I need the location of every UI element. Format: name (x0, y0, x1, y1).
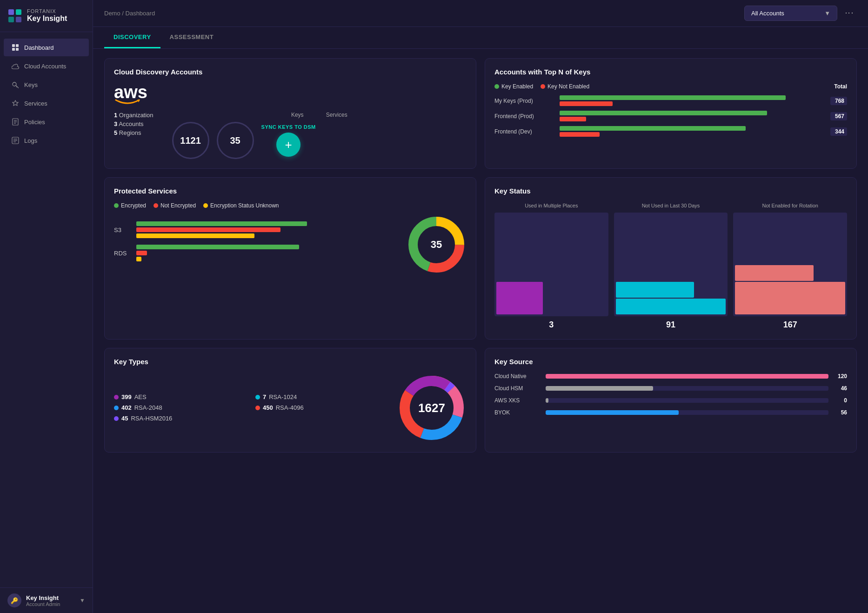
protected-bar-chart: S3 RDS (114, 221, 399, 268)
sidebar-item-dashboard[interactable]: Dashboard (4, 39, 89, 56)
sidebar-item-cloud-accounts[interactable]: Cloud Accounts (4, 57, 89, 75)
cloud-discovery-title: Cloud Discovery Accounts (114, 68, 467, 76)
aws-logo: aws (114, 83, 467, 106)
rds-encrypted-bar (136, 245, 299, 249)
status-label-0: Used in Multiple Places (525, 202, 578, 209)
sync-button-area: SYNC KEYS TO DSM + (261, 124, 316, 157)
policies-label: Policies (24, 119, 45, 126)
kt-item-0: 399 AES (114, 393, 248, 400)
dashboard-icon (11, 43, 20, 52)
svg-rect-7 (16, 48, 19, 51)
source-track-2 (546, 398, 828, 403)
keys-value: 1121 (180, 135, 201, 146)
tabs-bar: DISCOVERY ASSESSMENT (93, 27, 868, 49)
bar-label-0: My Keys (Prod) (494, 98, 555, 104)
accounts-dropdown-label: All Accounts (751, 10, 784, 17)
unknown-label: Encryption Status Unknown (210, 202, 279, 209)
encrypted-label: Encrypted (121, 202, 146, 209)
cloud-accounts-icon (11, 62, 20, 70)
tab-discovery[interactable]: DISCOVERY (104, 27, 160, 48)
legend-unknown: Encryption Status Unknown (203, 202, 279, 209)
sidebar: FORTANIX Key Insight Dashboard Cloud (0, 0, 93, 613)
legend-encrypted: Encrypted (114, 202, 146, 209)
sync-keys-button[interactable]: + (276, 133, 300, 157)
svg-rect-0 (8, 9, 14, 15)
services-label: Services (24, 100, 47, 107)
dashboard-grid: Cloud Discovery Accounts aws 1 Organizat… (104, 58, 857, 453)
key-source-title: Key Source (494, 358, 847, 366)
protected-donut: 35 (406, 214, 467, 275)
kt-label-4: RSA-HSM2016 (131, 415, 172, 422)
sidebar-item-policies[interactable]: Policies (4, 113, 89, 131)
enabled-label: Key Enabled (501, 83, 533, 90)
svg-rect-4 (12, 44, 15, 47)
sidebar-item-keys[interactable]: Keys (4, 76, 89, 93)
bar-track-0 (560, 95, 826, 106)
svg-rect-6 (12, 48, 15, 51)
bar-total-2: 344 (830, 127, 847, 136)
key-status-title: Key Status (494, 187, 847, 195)
legend-not-enabled: Key Not Enabled (541, 83, 589, 90)
bar-row-2: Frontend (Dev) 344 (494, 126, 847, 137)
treemap-cell-2 (735, 282, 845, 314)
keys-icon (11, 80, 20, 89)
source-row-1: Cloud HSM 46 (494, 385, 847, 392)
source-track-1 (546, 386, 828, 391)
service-row-rds: RDS (114, 245, 399, 261)
user-avatar: 🔑 (7, 593, 21, 607)
sidebar-item-services[interactable]: Services (4, 94, 89, 112)
status-count-2: 167 (783, 320, 797, 330)
tab-assessment[interactable]: ASSESSMENT (160, 27, 223, 48)
kt-dot-2 (114, 406, 119, 410)
treemap-cell-1b (616, 282, 694, 298)
kt-item-3: 450 RSA-4096 (255, 404, 389, 411)
not-enabled-label: Key Not Enabled (548, 83, 589, 90)
bar-label-1: Frontend (Prod) (494, 113, 555, 120)
key-types-title: Key Types (114, 358, 467, 366)
treemap-1 (614, 213, 728, 316)
more-options-button[interactable]: ⋮ (842, 6, 857, 21)
footer-name: Key Insight (26, 594, 75, 601)
kt-count-4: 45 (121, 415, 128, 422)
source-name-1: Cloud HSM (494, 385, 541, 392)
source-fill-3 (546, 410, 679, 415)
key-types-legend: 399 AES 7 RSA-1024 402 RSA-2048 (114, 393, 389, 422)
source-row-0: Cloud Native 120 (494, 373, 847, 380)
status-count-0: 3 (549, 320, 554, 330)
logs-icon (11, 136, 20, 145)
sidebar-item-logs[interactable]: Logs (4, 132, 89, 149)
key-status-card: Key Status Used in Multiple Places 3 Not… (485, 177, 857, 340)
regions-stat: 5 Regions (114, 129, 154, 136)
dashboard-label: Dashboard (24, 44, 54, 51)
policies-icon (11, 118, 20, 126)
bar-label-2: Frontend (Dev) (494, 128, 555, 135)
sidebar-footer[interactable]: 🔑 Key Insight Account Admin ▼ (0, 587, 93, 613)
not-encrypted-label: Not Encrypted (160, 202, 196, 209)
kt-count-1: 7 (263, 393, 266, 400)
product-name: Key Insight (27, 14, 67, 23)
enabled-bar-1 (560, 111, 767, 115)
top-n-keys-title: Accounts with Top N of Keys (494, 68, 847, 76)
s3-encrypted-bar (136, 221, 307, 226)
not-encrypted-dot (154, 203, 158, 208)
kt-label-3: RSA-4096 (276, 404, 304, 411)
svg-rect-5 (16, 44, 19, 47)
s3-unknown-bar (136, 233, 254, 238)
bar-total-1: 567 (830, 112, 847, 120)
kt-dot-4 (114, 416, 119, 421)
cloud-stats: 1 Organization 3 Accounts 5 Regions (114, 112, 154, 136)
source-name-0: Cloud Native (494, 373, 541, 380)
svg-point-8 (13, 82, 16, 86)
accounts-dropdown[interactable]: All Accounts ▼ (744, 6, 837, 21)
legend-enabled: Key Enabled (494, 83, 533, 90)
kt-item-1: 7 RSA-1024 (255, 393, 389, 400)
cloud-accounts-label: Cloud Accounts (24, 63, 66, 70)
source-count-2: 0 (833, 397, 847, 404)
svg-rect-3 (16, 17, 21, 22)
org-stat: 1 Organization (114, 112, 154, 119)
footer-role: Account Admin (26, 601, 75, 607)
not-enabled-dot (541, 84, 545, 89)
key-types-layout: 399 AES 7 RSA-1024 402 RSA-2048 (114, 373, 467, 443)
encrypted-dot (114, 203, 119, 208)
unknown-dot (203, 203, 208, 208)
